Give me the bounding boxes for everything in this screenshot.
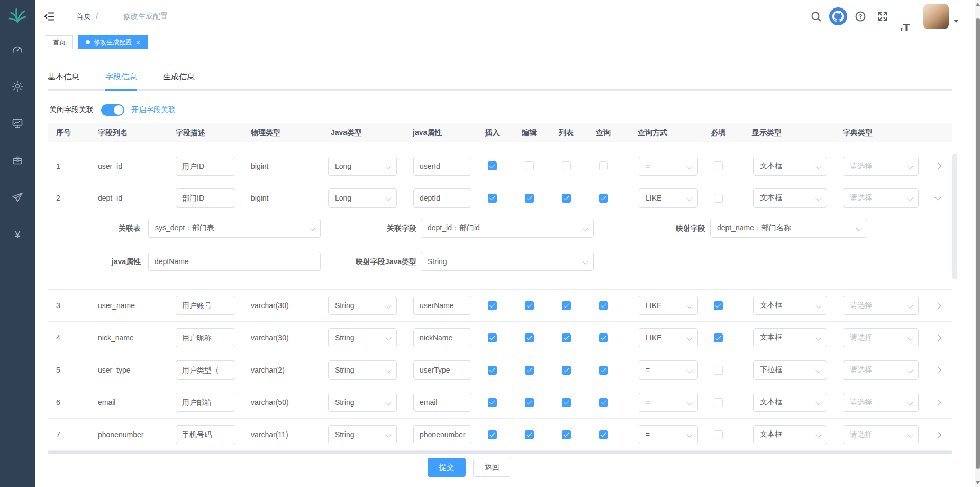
- fullscreen-icon[interactable]: [872, 0, 894, 33]
- table-horizontal-scrollbar[interactable]: [48, 451, 952, 454]
- avatar-caret-icon[interactable]: [954, 20, 959, 23]
- required-checkbox[interactable]: [714, 333, 723, 342]
- toggle-on-label[interactable]: 开启字段关联: [131, 105, 176, 115]
- desc-input[interactable]: 用户账号: [176, 296, 235, 315]
- sidebar-item-system[interactable]: [0, 68, 35, 105]
- java-type-select[interactable]: String: [328, 425, 397, 444]
- desc-input[interactable]: 用户类型（: [176, 360, 235, 380]
- desc-input[interactable]: 用户邮箱: [176, 393, 235, 412]
- java-type-select[interactable]: String: [328, 328, 397, 347]
- expand-chevron-icon[interactable]: [934, 194, 941, 201]
- expand-chevron-icon[interactable]: [934, 302, 941, 309]
- insert-checkbox[interactable]: [488, 366, 497, 375]
- required-checkbox[interactable]: [714, 301, 723, 310]
- submit-button[interactable]: 提交: [428, 458, 466, 477]
- tag-close-icon[interactable]: ×: [136, 39, 140, 47]
- insert-checkbox[interactable]: [488, 161, 497, 170]
- java-field-input[interactable]: nickName: [413, 328, 471, 347]
- query-type-select[interactable]: =: [639, 157, 698, 176]
- dict-type-select[interactable]: 请选择: [843, 425, 919, 444]
- java-attr-input[interactable]: deptName: [148, 252, 321, 271]
- list-checkbox[interactable]: [562, 301, 571, 310]
- dict-type-select[interactable]: 请选择: [843, 157, 919, 176]
- dict-type-select[interactable]: 请选择: [843, 360, 919, 380]
- sidebar-item-dashboard[interactable]: [0, 31, 35, 68]
- query-type-select[interactable]: =: [639, 360, 698, 380]
- edit-checkbox[interactable]: [525, 161, 534, 170]
- relation-table-select[interactable]: sys_dept：部门表: [148, 219, 321, 238]
- dict-type-select[interactable]: 请选择: [843, 188, 919, 208]
- user-avatar[interactable]: [923, 4, 949, 29]
- edit-checkbox[interactable]: [525, 366, 534, 375]
- back-button[interactable]: 返回: [473, 458, 511, 477]
- github-icon[interactable]: [827, 0, 849, 33]
- query-type-select[interactable]: =: [639, 393, 698, 412]
- expand-chevron-icon[interactable]: [934, 431, 941, 438]
- help-icon[interactable]: ?: [849, 0, 872, 33]
- tag-home[interactable]: 首页: [46, 35, 73, 49]
- java-field-input[interactable]: userId: [413, 157, 471, 176]
- sidebar-item-pay[interactable]: ¥: [0, 216, 35, 253]
- relation-switch[interactable]: [101, 104, 124, 116]
- query-checkbox[interactable]: [599, 194, 608, 203]
- java-type-select[interactable]: String: [328, 360, 397, 380]
- required-checkbox[interactable]: [714, 398, 723, 407]
- list-checkbox[interactable]: [562, 194, 571, 203]
- sidebar-item-monitor[interactable]: [0, 105, 35, 142]
- java-type-select[interactable]: Long: [328, 157, 397, 176]
- java-type-select[interactable]: String: [328, 296, 397, 315]
- display-type-select[interactable]: 文本框: [753, 328, 827, 347]
- query-type-select[interactable]: =: [639, 425, 698, 444]
- list-checkbox[interactable]: [562, 333, 571, 342]
- display-type-select[interactable]: 文本框: [753, 393, 827, 412]
- mapping-java-type-select[interactable]: String: [421, 252, 594, 271]
- page-scrollbar[interactable]: [975, 0, 980, 487]
- scroll-up-arrow-icon[interactable]: [976, 3, 980, 6]
- page-scrollbar-thumb[interactable]: [976, 18, 980, 469]
- font-size-icon[interactable]: тT: [894, 0, 916, 33]
- required-checkbox[interactable]: [714, 161, 723, 170]
- list-checkbox[interactable]: [562, 366, 571, 375]
- edit-checkbox[interactable]: [525, 430, 534, 439]
- sidebar-item-guide[interactable]: [0, 179, 35, 216]
- display-type-select[interactable]: 文本框: [753, 157, 827, 176]
- mapping-field-select[interactable]: dept_name：部门名称: [710, 219, 867, 238]
- expand-chevron-icon[interactable]: [934, 367, 941, 374]
- desc-input[interactable]: 用户ID: [176, 157, 235, 176]
- expand-chevron-icon[interactable]: [934, 399, 941, 406]
- dict-type-select[interactable]: 请选择: [843, 296, 919, 315]
- list-checkbox[interactable]: [562, 398, 571, 407]
- sidebar-collapse-button[interactable]: [39, 0, 59, 33]
- app-logo[interactable]: [0, 0, 35, 31]
- search-icon[interactable]: [805, 0, 827, 33]
- required-checkbox[interactable]: [714, 430, 723, 439]
- query-type-select[interactable]: LIKE: [639, 328, 698, 347]
- query-type-select[interactable]: LIKE: [639, 188, 698, 208]
- query-checkbox[interactable]: [599, 398, 608, 407]
- display-type-select[interactable]: 文本框: [753, 296, 827, 315]
- java-type-select[interactable]: String: [328, 393, 397, 412]
- scroll-down-arrow-icon[interactable]: [976, 481, 980, 484]
- breadcrumb-home[interactable]: 首页: [68, 12, 91, 21]
- required-checkbox[interactable]: [714, 366, 723, 375]
- java-field-input[interactable]: phonenumber: [413, 425, 471, 444]
- insert-checkbox[interactable]: [488, 333, 497, 342]
- desc-input[interactable]: 用户昵称: [176, 328, 235, 347]
- edit-checkbox[interactable]: [525, 194, 534, 203]
- list-checkbox[interactable]: [562, 161, 571, 170]
- tab-basic-info[interactable]: 基本信息: [48, 71, 79, 89]
- insert-checkbox[interactable]: [488, 194, 497, 203]
- insert-checkbox[interactable]: [488, 430, 497, 439]
- query-checkbox[interactable]: [599, 333, 608, 342]
- java-type-select[interactable]: Long: [328, 188, 397, 208]
- desc-input[interactable]: 手机号码: [176, 425, 235, 444]
- display-type-select[interactable]: 文本框: [753, 188, 827, 208]
- edit-checkbox[interactable]: [525, 398, 534, 407]
- display-type-select[interactable]: 下拉框: [753, 360, 827, 380]
- tab-field-info[interactable]: 字段信息: [105, 71, 137, 91]
- query-type-select[interactable]: LIKE: [639, 296, 698, 315]
- query-checkbox[interactable]: [599, 161, 608, 170]
- java-field-input[interactable]: userName: [413, 296, 471, 315]
- expand-chevron-icon[interactable]: [934, 163, 941, 169]
- desc-input[interactable]: 部门ID: [176, 188, 235, 208]
